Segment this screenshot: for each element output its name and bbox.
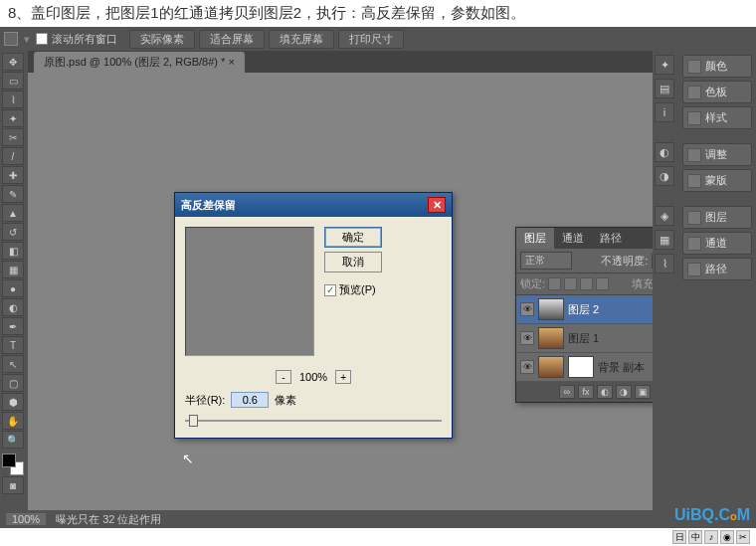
tab-paths[interactable]: 路径 — [592, 228, 630, 249]
layer-row[interactable]: 👁 背景 副本 — [516, 353, 653, 382]
shape-tool[interactable]: ▢ — [2, 374, 24, 392]
lock-transparent-icon[interactable] — [548, 277, 561, 290]
wand-tool[interactable]: ✦ — [2, 109, 24, 127]
paths-panel-button[interactable]: 路径 — [682, 258, 752, 280]
adjust-icon[interactable]: ◐ — [655, 142, 674, 162]
dialog-close-button[interactable]: ✕ — [428, 197, 446, 213]
mask-panel-button[interactable]: 蒙版 — [682, 169, 752, 192]
lasso-tool[interactable]: ⌇ — [2, 91, 24, 108]
hand-tool-icon[interactable] — [4, 32, 18, 46]
quickmask-tool[interactable]: ◙ — [2, 476, 24, 494]
channels-icon — [687, 237, 701, 251]
collapsed-panel-icons: ✦ ▤ i ◐ ◑ ◈ ▦ ⌇ — [653, 51, 678, 528]
blur-tool[interactable]: ● — [2, 279, 24, 297]
eyedropper-tool[interactable]: / — [2, 147, 24, 165]
gradient-tool[interactable]: ▦ — [2, 261, 24, 278]
zoom-tool[interactable]: 🔍 — [2, 431, 24, 449]
move-tool[interactable]: ✥ — [2, 53, 24, 71]
tab-channels[interactable]: 通道 — [554, 228, 592, 249]
layer-thumb[interactable] — [538, 327, 564, 349]
radius-unit: 像素 — [275, 393, 296, 408]
history-brush-tool[interactable]: ↺ — [2, 223, 24, 241]
swatches-panel-button[interactable]: 色板 — [682, 81, 752, 103]
group-icon[interactable]: ▣ — [635, 385, 651, 399]
adjust-icon[interactable]: ◑ — [616, 385, 632, 399]
adjust-panel-button[interactable]: 调整 — [682, 143, 752, 166]
visibility-icon[interactable]: 👁 — [520, 331, 534, 345]
lock-all-icon[interactable] — [596, 277, 609, 290]
type-tool[interactable]: T — [2, 336, 24, 354]
hand-tool[interactable]: ✋ — [2, 412, 24, 430]
cancel-button[interactable]: 取消 — [324, 252, 382, 273]
dodge-tool[interactable]: ◐ — [2, 298, 24, 316]
cursor-icon: ↖ — [182, 451, 194, 466]
zoom-in-button[interactable]: + — [335, 370, 351, 384]
layer-name[interactable]: 图层 1 — [568, 331, 599, 346]
tab-layers[interactable]: 图层 — [516, 228, 554, 249]
workspace: ✥ ▭ ⌇ ✦ ✂ / ✚ ✎ ▲ ↺ ◧ ▦ ● ◐ ✒ T ↖ ▢ ⬢ ✋ … — [0, 51, 756, 528]
dialog-titlebar[interactable]: 高反差保留 ✕ — [175, 193, 452, 217]
mask-icon[interactable]: ◐ — [597, 385, 613, 399]
visibility-icon[interactable]: 👁 — [520, 302, 534, 316]
histogram-icon[interactable]: ▤ — [655, 79, 674, 98]
navigator-icon[interactable]: ✦ — [655, 55, 674, 75]
marquee-tool[interactable]: ▭ — [2, 72, 24, 90]
ok-button[interactable]: 确定 — [324, 227, 382, 248]
opacity-value[interactable]: 100% — [652, 254, 653, 269]
fill-screen-button[interactable]: 填充屏幕 — [269, 30, 334, 49]
lock-pixels-icon[interactable] — [564, 277, 577, 290]
actual-pixels-button[interactable]: 实际像素 — [129, 30, 195, 49]
eraser-tool[interactable]: ◧ — [2, 242, 24, 260]
crop-tool[interactable]: ✂ — [2, 128, 24, 146]
blend-mode-select[interactable]: 正常 — [520, 252, 572, 270]
channels-icon[interactable]: ▦ — [655, 230, 674, 250]
layer-row[interactable]: 👁 图层 2 — [516, 295, 653, 324]
radius-input[interactable] — [231, 392, 269, 408]
fill-label: 填充: — [632, 276, 653, 291]
visibility-icon[interactable]: 👁 — [520, 360, 534, 374]
layer-thumb[interactable] — [538, 298, 564, 320]
layer-name[interactable]: 图层 2 — [568, 302, 599, 317]
color-panel-button[interactable]: 颜色 — [682, 55, 752, 78]
preview-label: 预览(P) — [339, 282, 376, 297]
heal-tool[interactable]: ✚ — [2, 166, 24, 184]
watermark: UiBQ.CoM — [674, 506, 750, 524]
path-tool[interactable]: ↖ — [2, 355, 24, 373]
fit-screen-button[interactable]: 适合屏幕 — [199, 30, 265, 49]
toolbox: ✥ ▭ ⌇ ✦ ✂ / ✚ ✎ ▲ ↺ ◧ ▦ ● ◐ ✒ T ↖ ▢ ⬢ ✋ … — [0, 51, 28, 528]
paths-icon[interactable]: ⌇ — [655, 254, 674, 273]
link-icon[interactable]: ∞ — [559, 385, 575, 399]
dialog-preview[interactable] — [185, 227, 314, 356]
radius-slider[interactable] — [185, 414, 442, 428]
scroll-all-checkbox[interactable] — [36, 33, 48, 45]
layer-name[interactable]: 背景 副本 — [598, 360, 645, 375]
document-tab-bar: 原图.psd @ 100% (图层 2, RGB/8#) * × — [28, 51, 653, 73]
mask-icon[interactable]: ◑ — [655, 166, 674, 186]
lock-position-icon[interactable] — [580, 277, 593, 290]
layers-panel-button[interactable]: 图层 — [682, 206, 752, 229]
color-swatch[interactable] — [2, 454, 24, 475]
adjust-icon — [687, 148, 701, 162]
preview-checkbox[interactable]: ✓ — [324, 284, 336, 296]
swatches-icon — [687, 86, 701, 99]
pen-tool[interactable]: ✒ — [2, 317, 24, 335]
stamp-tool[interactable]: ▲ — [2, 204, 24, 222]
styles-icon — [687, 111, 701, 125]
document-tab[interactable]: 原图.psd @ 100% (图层 2, RGB/8#) * × — [34, 52, 245, 73]
footer-icon: 日 — [672, 530, 686, 544]
layer-thumb[interactable] — [538, 356, 564, 378]
zoom-out-button[interactable]: - — [276, 370, 291, 384]
status-zoom[interactable]: 100% — [6, 513, 46, 525]
document-area: 原图.psd @ 100% (图层 2, RGB/8#) * × 高反差保留 ✕… — [28, 51, 653, 528]
canvas[interactable]: 高反差保留 ✕ 确定 取消 ✓ 预览(P) - — [28, 73, 653, 528]
info-icon[interactable]: i — [655, 102, 674, 122]
fx-icon[interactable]: fx — [578, 385, 594, 399]
layer-row[interactable]: 👁 图层 1 — [516, 324, 653, 353]
3d-tool[interactable]: ⬢ — [2, 393, 24, 411]
print-size-button[interactable]: 打印尺寸 — [338, 30, 404, 49]
channels-panel-button[interactable]: 通道 — [682, 232, 752, 255]
layer-mask-thumb[interactable] — [568, 356, 594, 378]
styles-panel-button[interactable]: 样式 — [682, 106, 752, 129]
brush-tool[interactable]: ✎ — [2, 185, 24, 203]
layers-icon[interactable]: ◈ — [655, 206, 674, 226]
